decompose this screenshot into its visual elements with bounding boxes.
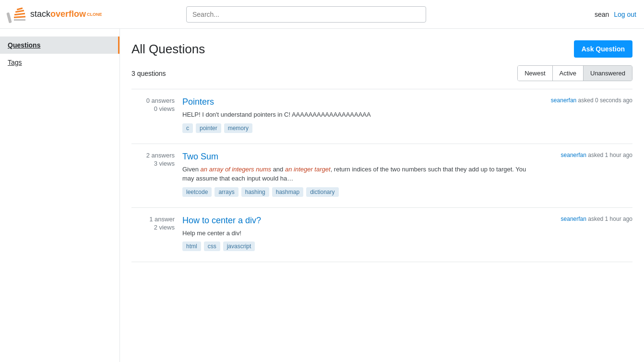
svg-rect-1 [14, 16, 25, 18]
clone-label: CLONE [87, 12, 102, 17]
main-header: All Questions Ask Question [131, 40, 632, 58]
svg-rect-3 [15, 10, 24, 12]
question-body: How to center a div? Help me center a di… [182, 216, 529, 254]
page-layout: Questions Tags All Questions Ask Questio… [0, 29, 644, 362]
questions-meta: 3 questions Newest Active Unanswered [131, 65, 632, 81]
tag[interactable]: memory [224, 123, 252, 133]
question-excerpt: Given an array of integers nums and an i… [182, 165, 529, 183]
username: sean [595, 11, 609, 18]
tag[interactable]: javascript [223, 241, 255, 251]
stack-icon [12, 6, 27, 23]
tag[interactable]: arrays [215, 187, 238, 197]
question-title[interactable]: Two Sum [182, 152, 529, 162]
tag[interactable]: leetcode [182, 187, 212, 197]
questions-list: 0 answers 0 views Pointers HELP! I don't… [131, 89, 632, 262]
asked-time: asked 0 seconds ago [578, 97, 632, 104]
question-excerpt: Help me center a div! [182, 229, 529, 238]
svg-rect-0 [14, 19, 25, 21]
tag[interactable]: dictionary [306, 187, 338, 197]
view-count: 0 views [131, 105, 175, 112]
asker-link[interactable]: seanerfan [551, 97, 576, 104]
questions-count: 3 questions [131, 70, 166, 77]
question-user-info: seanerfan asked 1 hour ago [537, 216, 632, 222]
question-user-info: seanerfan asked 0 seconds ago [537, 97, 632, 104]
logo[interactable]: stackoverflow CLONE [8, 6, 102, 23]
tag[interactable]: hashing [241, 187, 269, 197]
question-user-info: seanerfan asked 1 hour ago [537, 152, 632, 158]
highlight-text-3: an integer target [285, 166, 331, 173]
sidebar-item-questions[interactable]: Questions [0, 36, 119, 54]
tag[interactable]: html [182, 241, 201, 251]
question-excerpt: HELP! I don't understand pointers in C! … [182, 110, 529, 120]
sidebar-item-tags[interactable]: Tags [0, 54, 119, 71]
user-area: sean Log out [595, 11, 636, 18]
highlight-text-2: nums [256, 166, 271, 173]
answer-count: 2 answers [131, 152, 175, 159]
answer-count: 0 answers [131, 97, 175, 104]
logout-link[interactable]: Log out [614, 11, 636, 18]
table-row: 0 answers 0 views Pointers HELP! I don't… [131, 89, 632, 144]
asker-link[interactable]: seanerfan [561, 216, 586, 222]
search-container [186, 6, 426, 23]
tag[interactable]: c [182, 123, 193, 133]
tags-area: c pointer memory [182, 123, 529, 133]
ask-question-button[interactable]: Ask Question [574, 40, 632, 58]
svg-rect-4 [17, 7, 23, 10]
answer-count: 1 answer [131, 216, 175, 223]
asker-link[interactable]: seanerfan [561, 152, 586, 158]
search-input[interactable] [186, 6, 426, 23]
tags-area: leetcode arrays hashing hashmap dictiona… [182, 187, 529, 197]
table-row: 2 answers 3 views Two Sum Given an array… [131, 144, 632, 208]
logo-text-overflow: overflow [50, 9, 86, 19]
question-body: Two Sum Given an array of integers nums … [182, 152, 529, 200]
tag[interactable]: pointer [196, 123, 221, 133]
filter-active[interactable]: Active [552, 66, 583, 81]
tag[interactable]: css [204, 241, 220, 251]
logo-text-stack: stack [30, 9, 50, 19]
question-stats: 0 answers 0 views [131, 97, 175, 113]
highlight-text: an array of integers [201, 166, 254, 173]
svg-rect-2 [14, 12, 25, 15]
site-header: stackoverflow CLONE sean Log out [0, 0, 644, 29]
question-body: Pointers HELP! I don't understand pointe… [182, 97, 529, 136]
tags-area: html css javascript [182, 241, 529, 251]
filter-newest[interactable]: Newest [518, 66, 552, 81]
question-title[interactable]: How to center a div? [182, 216, 529, 226]
question-title[interactable]: Pointers [182, 97, 529, 107]
question-stats: 2 answers 3 views [131, 152, 175, 168]
filter-unanswered[interactable]: Unanswered [583, 66, 632, 81]
view-count: 3 views [131, 160, 175, 167]
sidebar: Questions Tags [0, 29, 120, 362]
main-content: All Questions Ask Question 3 questions N… [120, 29, 644, 362]
table-row: 1 answer 2 views How to center a div? He… [131, 208, 632, 263]
asked-time: asked 1 hour ago [588, 216, 632, 222]
tag[interactable]: hashmap [272, 187, 303, 197]
view-count: 2 views [131, 224, 175, 231]
asked-time: asked 1 hour ago [588, 152, 632, 158]
question-stats: 1 answer 2 views [131, 216, 175, 232]
filter-tabs: Newest Active Unanswered [517, 65, 632, 81]
logo-icon [8, 12, 11, 23]
page-title: All Questions [131, 42, 205, 57]
